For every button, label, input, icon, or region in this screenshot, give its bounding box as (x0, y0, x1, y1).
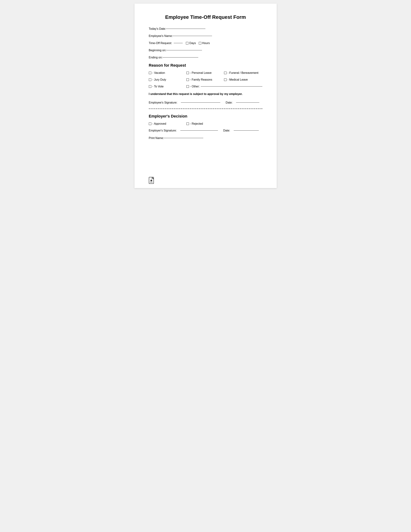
ending-on-label: Ending on: (149, 56, 163, 59)
personal-leave-checkbox[interactable] (187, 72, 189, 74)
beginning-on-label: Beginning on: (149, 49, 166, 52)
to-vote-option: - To Vote (149, 85, 181, 88)
to-vote-checkbox[interactable] (149, 85, 151, 88)
other-checkbox[interactable] (187, 85, 189, 88)
footer-icon-area: e (149, 177, 155, 184)
employees-name-underline[interactable] (173, 36, 212, 36)
to-vote-label: - To Vote (152, 85, 164, 88)
print-name-underline[interactable] (164, 138, 203, 138)
section-divider (149, 109, 262, 109)
employer-date-underline[interactable] (234, 130, 259, 131)
medical-leave-option: - Medical Leave (224, 78, 267, 81)
approval-text: I understand that this request is subjec… (149, 92, 262, 96)
funeral-bereavement-label: - Funeral / Bereavement (228, 71, 259, 75)
family-reasons-option: - Family Reasons (187, 78, 219, 81)
employer-signature-underline[interactable] (180, 130, 218, 131)
rejected-label: - Rejected (190, 122, 203, 125)
hours-option: Hours (199, 42, 210, 45)
decision-row: - Approved - Rejected (149, 122, 262, 125)
family-reasons-checkbox[interactable] (187, 78, 189, 81)
beginning-on-underline[interactable] (166, 50, 202, 50)
employee-signature-row: Employee's Signature: Date: (149, 101, 262, 104)
employer-signature-label: Employer's Signature: (149, 129, 177, 132)
employer-date-label: Date: (223, 129, 230, 132)
reason-row-3: - To Vote - Other: (149, 85, 262, 88)
days-label: Days (189, 42, 196, 45)
reason-row-1: - Vacation - Personal Leave - Funeral / … (149, 71, 262, 75)
days-option: Days (186, 42, 196, 45)
other-underline[interactable] (201, 86, 262, 86)
approved-option: - Approved (149, 122, 181, 125)
personal-leave-label: - Personal Leave (190, 71, 212, 75)
rejected-option: - Rejected (187, 122, 219, 125)
jury-duty-checkbox[interactable] (149, 78, 151, 81)
other-option: - Other: (187, 85, 262, 88)
approved-checkbox[interactable] (149, 123, 151, 125)
timeoff-request-label: Time-Off Request: (149, 42, 172, 45)
employer-signature-row: Employer's Signature: Date: (149, 129, 262, 132)
hours-label: Hours (202, 42, 210, 45)
document-icon: e (149, 177, 155, 184)
timeoff-request-row: Time-Off Request: Days Hours (149, 42, 262, 45)
days-checkbox[interactable] (186, 42, 188, 44)
vacation-label: - Vacation (152, 71, 165, 75)
print-name-label: Print Name: (149, 136, 164, 140)
vacation-checkbox[interactable] (149, 72, 151, 74)
employees-name-label: Employee's Name: (149, 34, 173, 38)
ending-on-row: Ending on: (149, 56, 262, 59)
hours-checkbox[interactable] (199, 42, 201, 44)
form-page: Employee Time-Off Request Form Today's D… (134, 4, 277, 188)
other-label: - Other: (190, 85, 200, 88)
beginning-on-row: Beginning on: (149, 49, 262, 52)
vacation-option: - Vacation (149, 71, 181, 75)
print-name-row: Print Name: (149, 136, 262, 140)
employer-section-heading: Employer's Decision (149, 114, 262, 119)
svg-text:e: e (151, 180, 152, 181)
personal-leave-option: - Personal Leave (187, 71, 219, 75)
todays-date-label: Today's Date: (149, 27, 166, 30)
reason-row-2: - Jury Duty - Family Reasons - Medical L… (149, 78, 262, 81)
funeral-bereavement-option: - Funeral / Bereavement (224, 71, 267, 75)
medical-leave-checkbox[interactable] (224, 78, 226, 81)
rejected-checkbox[interactable] (187, 123, 189, 125)
funeral-bereavement-checkbox[interactable] (224, 72, 226, 74)
timeoff-amount-underline[interactable] (174, 43, 183, 43)
ending-on-underline[interactable] (162, 57, 198, 57)
jury-duty-option: - Jury Duty (149, 78, 181, 81)
days-hours-group: Days Hours (186, 42, 210, 45)
medical-leave-label: - Medical Leave (228, 78, 248, 81)
todays-date-row: Today's Date: (149, 27, 262, 30)
family-reasons-label: - Family Reasons (190, 78, 212, 81)
page-title: Employee Time-Off Request Form (149, 14, 262, 20)
employee-date-label: Date: (226, 101, 233, 104)
employees-name-row: Employee's Name: (149, 34, 262, 38)
svg-rect-2 (150, 182, 153, 182)
approved-label: - Approved (152, 122, 166, 125)
employee-signature-label: Employee's Signature: (149, 101, 177, 104)
reason-section-heading: Reason for Request (149, 63, 262, 68)
jury-duty-label: - Jury Duty (152, 78, 166, 81)
